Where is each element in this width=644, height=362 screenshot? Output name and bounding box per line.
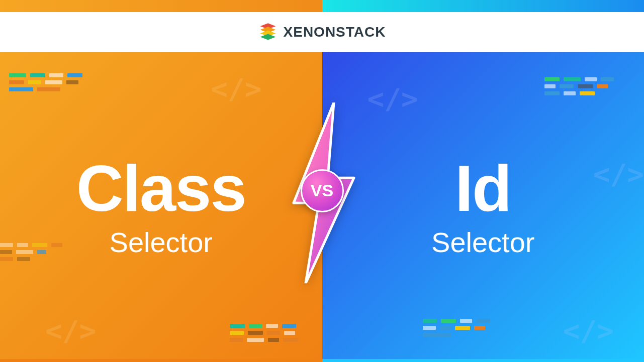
bottom-strip	[0, 359, 644, 362]
top-strip-right	[322, 0, 645, 12]
code-fragment-decor	[423, 319, 490, 337]
comparison-main: </> </> Class Selector </> </> </>	[0, 52, 644, 362]
svg-marker-3	[260, 34, 275, 40]
brand-bar: XENONSTACK	[0, 12, 644, 52]
top-strip-left	[0, 0, 322, 12]
code-tag-icon: </>	[367, 82, 418, 115]
left-subtitle: Selector	[110, 226, 213, 259]
brand-name: XENONSTACK	[284, 24, 386, 40]
vs-badge: VS	[301, 169, 344, 212]
code-tag-icon: </>	[45, 314, 96, 347]
left-panel: </> </> Class Selector	[0, 52, 322, 362]
xenonstack-logo-icon	[258, 23, 278, 42]
code-fragment-decor	[230, 324, 298, 342]
right-title: Id	[455, 156, 511, 221]
code-fragment-decor	[544, 77, 614, 95]
code-tag-icon: </>	[563, 314, 614, 347]
vs-divider: VS	[280, 102, 365, 283]
vs-label: VS	[311, 181, 333, 200]
code-fragment-decor	[0, 243, 62, 261]
top-strip	[0, 0, 644, 12]
right-panel: </> </> </> Id Selector	[322, 52, 645, 362]
code-tag-icon: </>	[593, 158, 644, 190]
left-title: Class	[76, 156, 246, 221]
code-tag-icon: </>	[211, 72, 261, 105]
right-subtitle: Selector	[431, 226, 534, 259]
code-fragment-decor	[9, 73, 82, 91]
